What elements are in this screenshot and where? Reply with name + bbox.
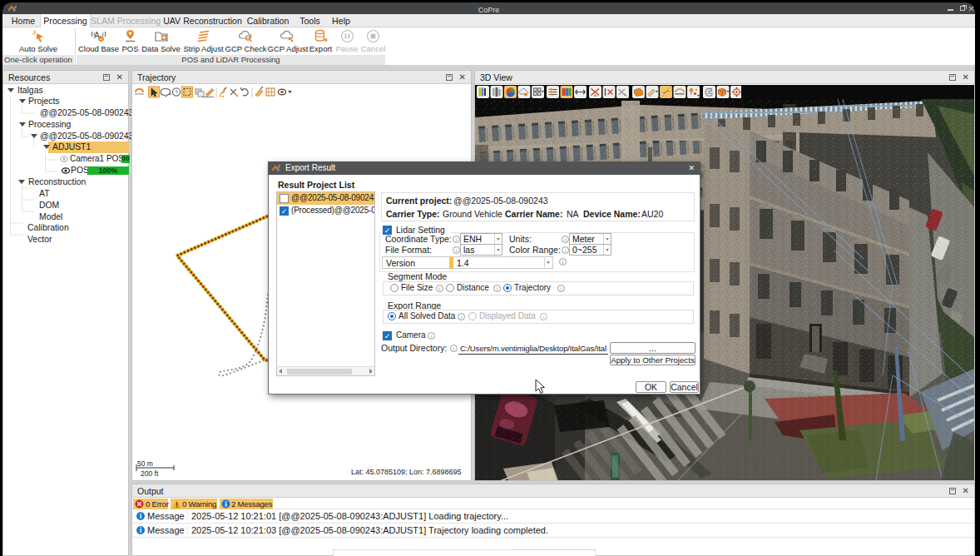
svg-text:3D: 3D	[707, 90, 713, 95]
